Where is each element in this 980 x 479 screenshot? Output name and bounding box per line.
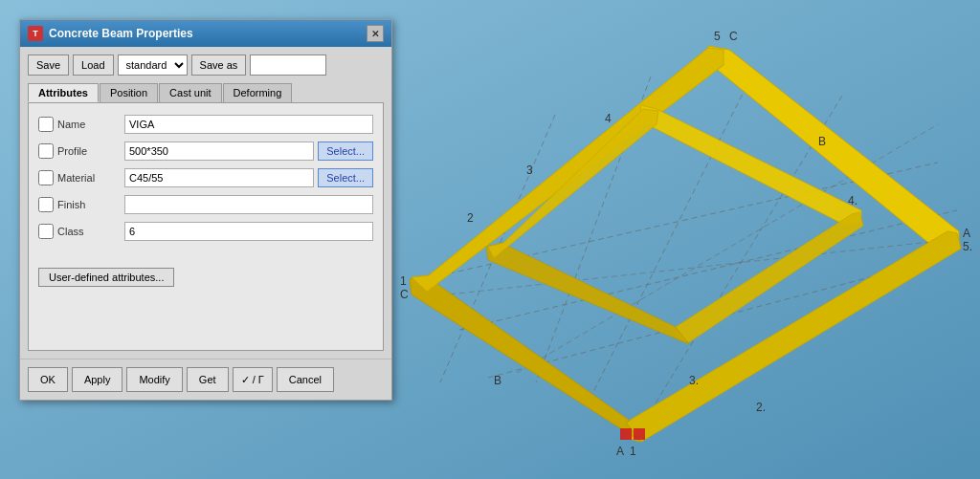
concrete-beam-dialog: T Concrete Beam Properties ✕ Save Load s… bbox=[19, 19, 392, 401]
svg-text:3: 3 bbox=[526, 163, 533, 177]
load-button[interactable]: Load bbox=[73, 54, 113, 76]
saveas-input[interactable] bbox=[250, 54, 326, 76]
svg-text:B: B bbox=[818, 135, 826, 148]
tab-cast-unit[interactable]: Cast unit bbox=[159, 83, 221, 102]
attributes-panel: Name Profile Select... Material Select..… bbox=[28, 102, 384, 351]
get-button[interactable]: Get bbox=[187, 367, 229, 392]
user-defined-button[interactable]: User-defined attributes... bbox=[38, 268, 174, 287]
dialog-title: Concrete Beam Properties bbox=[49, 27, 193, 40]
class-row: Class bbox=[38, 220, 373, 243]
svg-rect-19 bbox=[620, 428, 632, 440]
apply-button[interactable]: Apply bbox=[72, 367, 123, 392]
svg-text:2.: 2. bbox=[756, 401, 766, 414]
check-icon: ✓ / Γ bbox=[241, 374, 264, 386]
close-button[interactable]: ✕ bbox=[367, 25, 384, 42]
dialog-body: Save Load standard Save as Attributes Po… bbox=[20, 47, 391, 359]
profile-label: Profile bbox=[57, 145, 124, 157]
svg-text:4.: 4. bbox=[848, 194, 858, 207]
finish-checkbox[interactable] bbox=[38, 197, 54, 212]
svg-text:5.: 5. bbox=[963, 240, 972, 253]
titlebar-left: T Concrete Beam Properties bbox=[28, 26, 193, 41]
material-input[interactable] bbox=[124, 168, 314, 187]
saveas-button[interactable]: Save as bbox=[191, 54, 247, 76]
name-row: Name bbox=[38, 113, 373, 136]
tab-position[interactable]: Position bbox=[100, 83, 158, 102]
svg-rect-20 bbox=[634, 428, 645, 440]
name-input[interactable] bbox=[124, 115, 373, 134]
svg-text:1: 1 bbox=[630, 445, 636, 458]
toolbar-row: Save Load standard Save as bbox=[28, 54, 384, 76]
profile-checkbox[interactable] bbox=[38, 143, 54, 159]
svg-text:5: 5 bbox=[714, 30, 721, 43]
app-icon: T bbox=[28, 26, 43, 41]
profile-select-button[interactable]: Select... bbox=[318, 142, 373, 161]
tab-deforming[interactable]: Deforming bbox=[223, 83, 293, 102]
svg-text:1: 1 bbox=[400, 274, 407, 288]
class-label: Class bbox=[57, 226, 124, 237]
tabs-container: Attributes Position Cast unit Deforming bbox=[28, 83, 384, 102]
finish-row: Finish bbox=[38, 193, 373, 216]
name-label: Name bbox=[57, 119, 124, 130]
svg-text:A: A bbox=[616, 445, 624, 458]
svg-text:4: 4 bbox=[605, 112, 612, 125]
material-select-button[interactable]: Select... bbox=[318, 168, 373, 187]
dialog-titlebar: T Concrete Beam Properties ✕ bbox=[20, 20, 391, 47]
class-checkbox[interactable] bbox=[38, 224, 54, 239]
svg-text:2: 2 bbox=[467, 211, 474, 225]
class-input[interactable] bbox=[124, 222, 373, 241]
profile-input[interactable] bbox=[124, 142, 314, 161]
ok-button[interactable]: OK bbox=[28, 367, 68, 392]
check-toggle-button[interactable]: ✓ / Γ bbox=[233, 367, 273, 392]
cancel-button[interactable]: Cancel bbox=[277, 367, 334, 392]
svg-text:B: B bbox=[494, 374, 501, 387]
profile-row: Profile Select... bbox=[38, 140, 373, 163]
tab-attributes[interactable]: Attributes bbox=[28, 83, 99, 102]
svg-text:A: A bbox=[963, 227, 970, 240]
modify-button[interactable]: Modify bbox=[126, 367, 182, 392]
finish-label: Finish bbox=[57, 199, 124, 210]
material-label: Material bbox=[57, 172, 124, 184]
material-checkbox[interactable] bbox=[38, 170, 54, 185]
material-row: Material Select... bbox=[38, 166, 373, 189]
svg-text:C: C bbox=[729, 30, 738, 43]
bottom-buttons: OK Apply Modify Get ✓ / Γ Cancel bbox=[20, 359, 391, 400]
name-checkbox[interactable] bbox=[38, 117, 54, 132]
svg-text:3.: 3. bbox=[689, 374, 699, 387]
profile-select[interactable]: standard bbox=[118, 54, 188, 76]
finish-input[interactable] bbox=[124, 195, 373, 214]
user-defined-row: User-defined attributes... bbox=[38, 258, 373, 287]
save-button[interactable]: Save bbox=[28, 54, 69, 76]
svg-text:C: C bbox=[400, 288, 409, 301]
